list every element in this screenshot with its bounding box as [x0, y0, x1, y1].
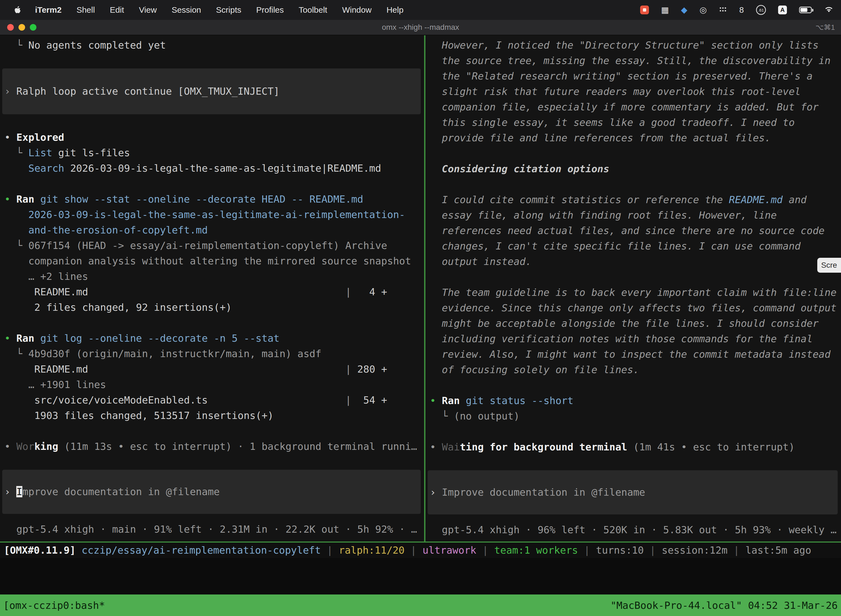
grid-app-icon[interactable]: ▦ [661, 6, 669, 14]
terminal-line: • Ran git status --short [430, 393, 841, 408]
terminal-line: references need actual files, and since … [430, 223, 841, 238]
terminal-line: of focusing solely on file lines. [430, 362, 841, 378]
terminal-line: this single essay, it seems like a good … [430, 115, 841, 130]
screen-popup-clipped[interactable]: Scre [817, 258, 841, 273]
numeral-app-icon[interactable]: 8 [739, 6, 744, 14]
window-titlebar[interactable]: omx --xhigh --madmax ⌥⌘1 [0, 20, 841, 35]
blue-app-icon[interactable]: ◆ [681, 6, 687, 14]
apple-icon[interactable] [7, 6, 28, 14]
terminal-line: gpt-5.4 xhigh · 96% left · 520K in · 5.8… [430, 522, 841, 538]
text-segment: git log --oneline --decorate -n 5 --stat [34, 333, 280, 344]
input-source-icon[interactable]: A [778, 6, 787, 14]
menu-item-toolbelt[interactable]: Toolbelt [292, 5, 335, 15]
meter-icon[interactable]: .61 [756, 5, 766, 15]
wifi-icon[interactable] [824, 5, 834, 15]
terminal-line: companion file, especially if more comme… [430, 99, 841, 115]
zoom-button[interactable] [30, 24, 37, 31]
text-segment: Search [28, 163, 64, 174]
blank-line [430, 424, 841, 439]
text-segment: └ [4, 40, 28, 51]
text-segment: output instead. [430, 256, 532, 267]
text-segment: No agents completed yet [28, 40, 166, 51]
battery-icon[interactable] [799, 7, 812, 13]
text-segment: 280 + [351, 364, 387, 375]
blank-line [430, 146, 841, 161]
menu-item-edit[interactable]: Edit [103, 5, 132, 15]
close-button[interactable] [7, 24, 14, 31]
text-segment: mprove documentation in @filename [22, 486, 220, 497]
text-segment: Ran [442, 395, 460, 406]
terminal-line: The team guideline is to back every impo… [430, 285, 841, 300]
menu-app-name[interactable]: iTerm2 [28, 5, 69, 15]
text-segment: README.md [4, 364, 345, 375]
terminal-line: Search 2026-03-09-is-legal-the-same-as-l… [4, 161, 424, 176]
text-segment: 2 files changed, 92 insertions(+) [4, 302, 232, 313]
menu-item-session[interactable]: Session [164, 5, 209, 15]
terminal-line: └ 4b9d30f (origin/main, instructkr/main,… [4, 346, 424, 362]
blank-line [4, 423, 424, 439]
terminal-line: └ (no output) [430, 408, 841, 424]
screen-recording-indicator[interactable] [640, 6, 649, 14]
terminal-line: output instead. [430, 254, 841, 269]
blank-line [430, 269, 841, 285]
menu-item-window[interactable]: Window [335, 5, 379, 15]
left-pane[interactable]: └ No agents completed yet› Ralph loop ac… [0, 35, 424, 541]
text-segment: review. Also, I might want to inspect th… [430, 349, 831, 360]
menu-bar-left: iTerm2 ShellEditViewSessionScriptsProfil… [7, 5, 411, 15]
text-segment: … +2 lines [4, 271, 88, 282]
terminal-line: I could cite commit statistics or refere… [430, 192, 841, 208]
text-segment: 1903 files changed, 513517 insertions(+) [4, 410, 273, 421]
prompt-input[interactable]: › Improve documentation in @filename [428, 470, 838, 515]
text-segment: 067f154 (HEAD -> essay/ai-reimplementati… [28, 240, 387, 251]
traffic-lights [0, 24, 37, 31]
terminal-line: • Waiting for background terminal (1m 41… [430, 439, 841, 455]
terminal-line: └ List git ls-files [4, 145, 424, 161]
terminal-line: slight risk that future readers may over… [430, 84, 841, 99]
text-segment: Improve documentation in @filename [442, 487, 645, 498]
dots-grid-icon[interactable] [719, 5, 727, 15]
text-segment: might be acceptable alongside the file l… [430, 318, 819, 329]
terminal-line: companion analysis without altering the … [4, 253, 424, 269]
right-pane[interactable]: However, I noticed the "Directory Struct… [425, 35, 841, 541]
text-segment: king [34, 441, 58, 452]
circle-app-icon[interactable]: ◎ [699, 6, 707, 14]
text-segment: └ [4, 240, 28, 251]
menu-item-shell[interactable]: Shell [69, 5, 103, 15]
text-segment: this single essay, it seems like a good … [430, 117, 795, 128]
text-segment: └ [4, 147, 28, 158]
menu-item-view[interactable]: View [132, 5, 164, 15]
text-segment: including verification notes with those … [430, 333, 813, 345]
text-segment: and [783, 194, 807, 205]
terminal-line: src/voice/voiceModeEnabled.ts | 54 + [4, 392, 424, 408]
menu-item-scripts[interactable]: Scripts [209, 5, 249, 15]
text-segment: gpt-5.4 xhigh · main · 91% left · 2.31M … [4, 524, 417, 535]
ralph-loop-banner: › Ralph loop active continue [OMX_TMUX_I… [2, 69, 421, 114]
terminal-line: Considering citation options [430, 161, 841, 177]
minimize-button[interactable] [19, 24, 25, 31]
terminal-line: └ 067f154 (HEAD -> essay/ai-reimplementa… [4, 238, 424, 253]
tmux-status-bar: [omx-cczip0:bash* "MacBook-Pro-44.local"… [0, 594, 841, 616]
text-segment: └ [430, 411, 454, 422]
text-segment: companion analysis without altering the … [4, 255, 411, 267]
tmux-host-clock: "MacBook-Pro-44.local" 04:52 31-Mar-26 [610, 600, 838, 611]
menu-item-help[interactable]: Help [379, 5, 411, 15]
text-segment: changes, I can't cite specific file line… [430, 241, 801, 252]
terminal-line: the "Related research writing" section i… [430, 69, 841, 84]
blank-line [4, 315, 424, 331]
text-segment: › [430, 487, 442, 498]
text-segment: | [404, 544, 422, 556]
tmux-session-window[interactable]: [omx-cczip0:bash* [3, 600, 105, 611]
menu-item-profiles[interactable]: Profiles [249, 5, 291, 15]
text-segment: turns:10 [596, 544, 644, 556]
recording-dot-icon [643, 8, 646, 12]
terminal-line: provide file and line references from th… [430, 130, 841, 146]
terminal-line: › Improve documentation in @filename [4, 484, 421, 500]
text-segment: git ls-files [52, 147, 130, 158]
terminal-line: However, I noticed the "Directory Struct… [430, 38, 841, 53]
text-segment: 2026-03-09-is-legal-the-same-as-legitima… [4, 209, 405, 220]
prompt-input[interactable]: › Improve documentation in @filename [2, 470, 421, 514]
text-segment: The team guideline is to back every impo… [430, 287, 837, 298]
text-segment: • [4, 194, 16, 205]
terminal-line: 1903 files changed, 513517 insertions(+) [4, 408, 424, 423]
text-segment: └ [4, 348, 28, 359]
